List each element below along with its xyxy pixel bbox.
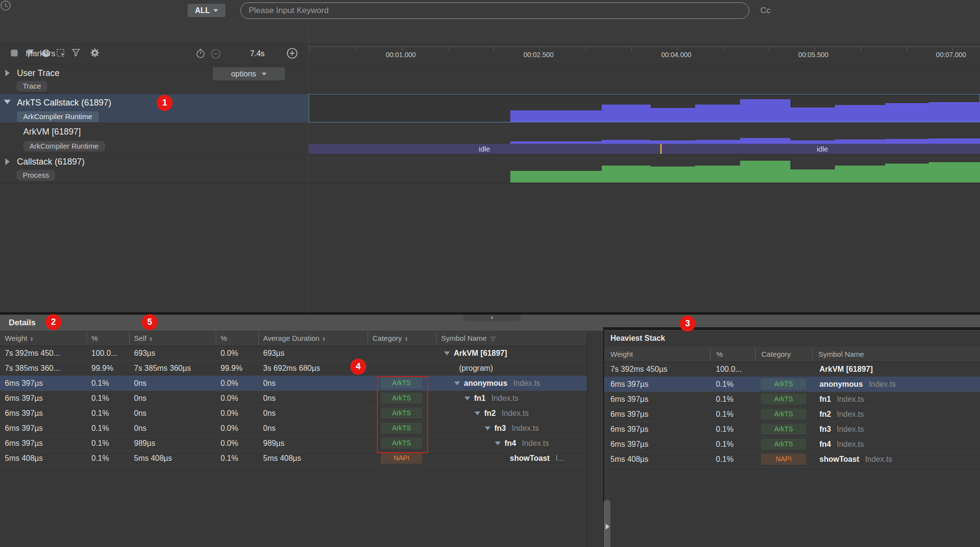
column-header-%[interactable]: %: [716, 347, 723, 362]
sort-icon[interactable]: ▴▾: [30, 336, 32, 341]
details-table-row[interactable]: 6ms 397µs0.1%989µs0.0%989µsArkTSfn4Index…: [0, 436, 587, 451]
activity-bar-segment: [835, 166, 885, 182]
ruler-tick: [448, 46, 448, 51]
table-cell: 0.1%: [91, 451, 109, 466]
table-cell: 5ms 408µs: [263, 451, 301, 466]
column-header-category[interactable]: Category▴▾: [372, 331, 407, 346]
column-separator[interactable]: [368, 332, 368, 345]
tree-expand-icon[interactable]: [454, 381, 460, 385]
column-header-self[interactable]: Self▴▾: [134, 331, 152, 346]
sort-icon[interactable]: ▴▾: [323, 336, 325, 341]
table-cell: fn1Index.ts: [819, 392, 864, 407]
details-panel-title: Details: [9, 315, 36, 331]
column-header-%[interactable]: %: [91, 331, 98, 346]
sort-icon[interactable]: ▴▾: [405, 336, 407, 341]
details-table-row[interactable]: 6ms 397µs0.1%0ns0.0%0nsArkTSfn3Index.ts: [0, 421, 587, 436]
activity-bar-segment: [740, 99, 790, 122]
filter-icon[interactable]: [72, 48, 80, 57]
symbol-file: Index.ts: [837, 395, 864, 403]
panel-divider-vertical[interactable]: [308, 21, 309, 312]
symbol-name-cell: fn4Index.ts: [505, 436, 549, 451]
history-clock-icon[interactable]: [0, 0, 11, 11]
column-separator[interactable]: [216, 332, 216, 345]
ruler-time-label: 00:04.000: [642, 51, 710, 59]
heaviest-stack-row[interactable]: 6ms 397µs0.1%ArkTSfn3Index.ts: [604, 422, 980, 437]
activity-bar-segment: [835, 139, 885, 144]
heaviest-stack-row[interactable]: 6ms 397µs0.1%ArkTSanonymousIndex.ts: [604, 377, 980, 392]
column-separator[interactable]: [436, 332, 437, 345]
tree-expand-icon[interactable]: [495, 441, 501, 445]
column-header-symbol-name[interactable]: Symbol Name: [818, 347, 864, 362]
timeline-ruler[interactable]: 00:01.00000:02.50000:04.00000:05.50000:0…: [308, 43, 980, 65]
column-separator[interactable]: [87, 332, 87, 345]
column-header-category[interactable]: Category: [761, 347, 791, 362]
symbol-name: ArkVM [61897]: [454, 349, 507, 357]
symbol-name: fn2: [819, 410, 831, 418]
zoom-in-icon[interactable]: [286, 47, 298, 59]
sort-icon[interactable]: ▴▾: [150, 336, 152, 341]
details-table-row[interactable]: 6ms 397µs0.1%0ns0.0%0nsArkTSanonymousInd…: [0, 376, 587, 391]
arkvm-idle-bar[interactable]: idleidle: [309, 144, 980, 154]
column-separator[interactable]: [812, 348, 813, 361]
expand-collapsed-icon[interactable]: [5, 70, 10, 76]
settings-gear-icon[interactable]: [89, 47, 100, 58]
details-table-row[interactable]: 6ms 397µs0.1%0ns0.0%0nsArkTSfn1Index.ts: [0, 391, 587, 406]
tree-expand-icon[interactable]: [464, 396, 470, 400]
table-cell: showToastIndex.ts: [819, 452, 892, 467]
options-button[interactable]: options: [213, 67, 285, 80]
column-separator[interactable]: [129, 332, 130, 345]
column-separator[interactable]: [755, 348, 756, 361]
heaviest-stack-row[interactable]: 6ms 397µs0.1%ArkTSfn2Index.ts: [604, 407, 980, 422]
table-cell: 0.1%: [91, 436, 109, 451]
tree-expand-icon[interactable]: [475, 411, 480, 415]
annotation-badge-5: 5: [142, 314, 158, 330]
table-cell: 693µs: [263, 346, 284, 361]
table-cell: fn4Index.ts: [819, 437, 864, 452]
collapse-panel-handle[interactable]: ▼: [463, 315, 521, 321]
column-separator[interactable]: [710, 348, 711, 361]
table-cell: 7s 392ms 450µs: [610, 362, 668, 377]
tree-expand-icon[interactable]: [485, 426, 490, 430]
track-tag-chip: ArkCompiler Runtime: [17, 111, 99, 122]
heaviest-table-header: Weight%CategorySymbol Name: [604, 347, 980, 362]
region-select-icon[interactable]: [56, 48, 66, 58]
zoom-out-icon[interactable]: [210, 48, 221, 59]
column-header-symbol-name[interactable]: Symbol Name▽: [441, 331, 495, 346]
symbol-name-cell: showToastI...: [510, 451, 564, 466]
table-cell: 0.0%: [221, 346, 238, 361]
ruler-tick: [493, 46, 494, 51]
expand-expanded-icon[interactable]: [4, 100, 11, 104]
reset-timer-icon[interactable]: [195, 48, 206, 59]
column-header-average-duration[interactable]: Average Duration▴▾: [263, 331, 325, 346]
ruler-tick: [906, 46, 907, 51]
table-cell: 5ms 408µs: [610, 452, 649, 467]
details-table-row[interactable]: 6ms 397µs0.1%0ns0.0%0nsArkTSfn2Index.ts: [0, 406, 587, 421]
heaviest-stack-row[interactable]: 7s 392ms 450µs100.0...ArkVM [61897]: [604, 362, 980, 377]
column-separator[interactable]: [258, 332, 259, 345]
heaviest-stack-row[interactable]: 6ms 397µs0.1%ArkTSfn1Index.ts: [604, 392, 980, 407]
table-cell: 6ms 397µs: [610, 392, 649, 407]
symbol-name: fn1: [474, 394, 486, 402]
table-cell: 6ms 397µs: [610, 377, 649, 392]
table-cell: 0.0%: [221, 436, 238, 451]
heaviest-stack-row[interactable]: 5ms 408µs0.1%NAPIshowToastIndex.ts: [604, 452, 980, 467]
track-title: User Trace: [17, 68, 59, 78]
details-table-row[interactable]: 5ms 408µs0.1%5ms 408µs0.1%5ms 408µsNAPIs…: [0, 451, 587, 466]
category-chip-arkts: ArkTS: [761, 379, 806, 390]
table-cell: 0.1%: [716, 452, 733, 467]
heaviest-stack-row[interactable]: 6ms 397µs0.1%ArkTSfn4Index.ts: [604, 437, 980, 452]
match-case-toggle[interactable]: Cc: [760, 0, 771, 21]
column-header-weight[interactable]: Weight: [610, 347, 633, 362]
details-table-row[interactable]: 7s 392ms 450...100.0...693µs0.0%693µsArk…: [0, 346, 587, 361]
search-scope-dropdown[interactable]: ALL: [188, 4, 225, 17]
expand-collapsed-icon[interactable]: [5, 158, 10, 165]
filter-icon[interactable]: ▽: [490, 335, 495, 342]
ruler-tick: [769, 46, 769, 51]
tree-expand-icon[interactable]: [444, 351, 450, 355]
column-header-%[interactable]: %: [221, 331, 227, 346]
stop-icon[interactable]: [10, 48, 19, 58]
details-table-row[interactable]: 7s 385ms 360...99.9%7s 385ms 360µs99.9%3…: [0, 361, 587, 376]
column-header-weight[interactable]: Weight▴▾: [5, 331, 32, 346]
expand-panel-scrollbar[interactable]: [604, 500, 610, 547]
search-input[interactable]: [240, 2, 749, 19]
